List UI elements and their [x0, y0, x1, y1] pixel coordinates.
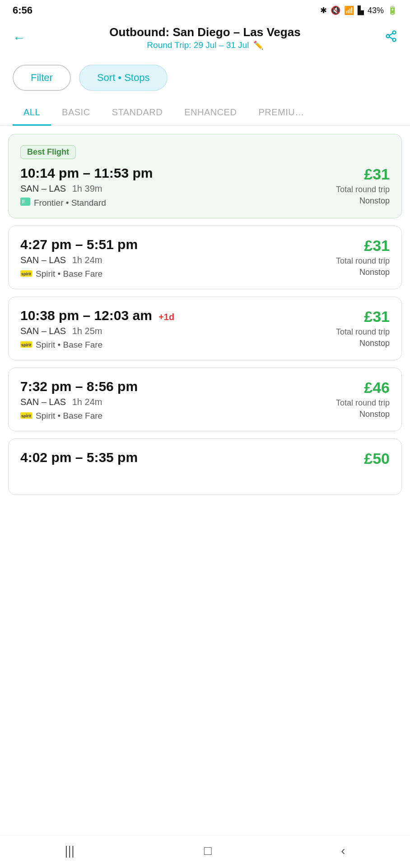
flight-airline-4: spirit Spirit • Base Fare — [20, 411, 138, 421]
spirit-icon-3: spirit — [20, 340, 32, 350]
share-button[interactable] — [385, 30, 397, 46]
tab-standard[interactable]: STANDARD — [101, 100, 174, 125]
flight-nonstop-2: Nonstop — [336, 268, 390, 277]
flight-duration-1: 1h 39m — [72, 184, 102, 193]
card-right-2: £31 Total round trip Nonstop — [336, 237, 390, 277]
card-main-row-4: 7:32 pm – 8:56 pm SAN – LAS 1h 24m spiri… — [20, 379, 390, 421]
flight-airline-3: spirit Spirit • Base Fare — [20, 340, 174, 350]
svg-line-4 — [389, 33, 393, 36]
flight-time-4: 7:32 pm – 8:56 pm — [20, 379, 138, 394]
flight-total-label-2: Total round trip — [336, 256, 390, 266]
flight-route-2: SAN – LAS 1h 24m — [20, 255, 138, 265]
best-flight-badge: Best Flight — [20, 145, 76, 159]
filter-sort-bar: Filter Sort • Stops — [0, 57, 410, 95]
flight-airline-1: F Frontier • Standard — [20, 198, 153, 208]
bottom-nav: ||| □ ‹ — [0, 835, 410, 868]
card-main-row-3: 10:38 pm – 12:03 am +1d SAN – LAS 1h 25m… — [20, 308, 390, 350]
card-right-5: £50 — [364, 450, 390, 467]
spirit-icon: spirit — [20, 269, 32, 279]
flight-total-label-4: Total round trip — [336, 398, 390, 408]
flight-card-4[interactable]: 7:32 pm – 8:56 pm SAN – LAS 1h 24m spiri… — [8, 368, 402, 431]
flight-duration-4: 1h 24m — [72, 397, 102, 407]
battery-icon: 🔋 — [387, 5, 397, 15]
flight-nonstop-3: Nonstop — [336, 339, 390, 348]
flight-time-2: 4:27 pm – 5:51 pm — [20, 237, 138, 252]
card-main-row: 10:14 pm – 11:53 pm SAN – LAS 1h 39m F F… — [20, 165, 390, 208]
flight-card-2[interactable]: 4:27 pm – 5:51 pm SAN – LAS 1h 24m spiri… — [8, 226, 402, 289]
frontier-icon: F — [20, 198, 30, 208]
bluetooth-icon: ✱ — [320, 5, 327, 15]
header: ← Outbound: San Diego – Las Vegas Round … — [0, 20, 410, 57]
tab-basic[interactable]: BASIC — [51, 100, 101, 125]
flight-time-3: 10:38 pm – 12:03 am +1d — [20, 308, 174, 323]
fare-tabs: ALL BASIC STANDARD ENHANCED PREMIU… — [0, 100, 410, 126]
recents-button[interactable]: ||| — [65, 844, 75, 858]
status-bar: 6:56 ✱ 🔇 📶 ▙ 43% 🔋 — [0, 0, 410, 20]
flight-card-5[interactable]: 4:02 pm – 5:35 pm £50 — [8, 439, 402, 495]
home-button[interactable]: □ — [204, 844, 212, 858]
airline-name-1: Frontier • Standard — [34, 198, 106, 208]
filter-button[interactable]: Filter — [13, 65, 71, 91]
page-title: Outbound: San Diego – Las Vegas — [25, 25, 385, 39]
flight-route-1: SAN – LAS 1h 39m — [20, 184, 153, 194]
svg-text:spirit: spirit — [21, 343, 31, 347]
svg-text:spirit: spirit — [21, 414, 31, 418]
svg-line-3 — [389, 37, 393, 39]
svg-text:F: F — [22, 199, 25, 204]
flight-duration-3: 1h 25m — [72, 326, 102, 336]
spirit-icon-4: spirit — [20, 411, 32, 421]
next-day-badge-3: +1d — [158, 312, 174, 322]
tab-enhanced[interactable]: ENHANCED — [173, 100, 247, 125]
flight-duration-2: 1h 24m — [72, 255, 102, 265]
flight-total-label-3: Total round trip — [336, 327, 390, 337]
card-main-row-2: 4:27 pm – 5:51 pm SAN – LAS 1h 24m spiri… — [20, 237, 390, 279]
tab-all[interactable]: ALL — [13, 100, 51, 125]
header-center: Outbound: San Diego – Las Vegas Round Tr… — [25, 25, 385, 50]
card-left-2: 4:27 pm – 5:51 pm SAN – LAS 1h 24m spiri… — [20, 237, 138, 279]
card-left-5: 4:02 pm – 5:35 pm — [20, 450, 138, 465]
flight-price-4: £46 — [336, 379, 390, 396]
card-left-3: 10:38 pm – 12:03 am +1d SAN – LAS 1h 25m… — [20, 308, 174, 350]
flight-nonstop-4: Nonstop — [336, 410, 390, 419]
flight-route-4: SAN – LAS 1h 24m — [20, 397, 138, 407]
flight-price-3: £31 — [336, 308, 390, 326]
card-main-row-5: 4:02 pm – 5:35 pm £50 — [20, 450, 390, 467]
flight-nonstop-1: Nonstop — [336, 196, 390, 206]
card-right-1: £31 Total round trip Nonstop — [336, 165, 390, 206]
signal-icon: ▙ — [358, 5, 364, 15]
status-time: 6:56 — [13, 5, 33, 16]
flight-price-1: £31 — [336, 165, 390, 183]
edit-icon[interactable]: ✏️ — [253, 41, 263, 50]
flight-route-3: SAN – LAS 1h 25m — [20, 326, 174, 336]
flight-airline-2: spirit Spirit • Base Fare — [20, 269, 138, 279]
mute-icon: 🔇 — [331, 5, 340, 15]
trip-dates[interactable]: 29 Jul – 31 Jul — [194, 40, 249, 50]
status-icons: ✱ 🔇 📶 ▙ 43% 🔋 — [320, 5, 397, 15]
flight-time-1: 10:14 pm – 11:53 pm — [20, 165, 153, 181]
tab-premium[interactable]: PREMIU… — [247, 100, 315, 125]
subtitle-prefix: Round Trip: — [147, 40, 194, 50]
back-button[interactable]: ← — [13, 31, 25, 45]
flight-price-5: £50 — [364, 450, 390, 467]
card-right-3: £31 Total round trip Nonstop — [336, 308, 390, 348]
flight-time-5: 4:02 pm – 5:35 pm — [20, 450, 138, 465]
airline-name-2: Spirit • Base Fare — [36, 269, 102, 279]
card-left-1: 10:14 pm – 11:53 pm SAN – LAS 1h 39m F F… — [20, 165, 153, 208]
flight-price-2: £31 — [336, 237, 390, 255]
airline-name-4: Spirit • Base Fare — [36, 411, 102, 421]
header-subtitle: Round Trip: 29 Jul – 31 Jul ✏️ — [25, 40, 385, 50]
back-nav-button[interactable]: ‹ — [341, 844, 345, 858]
battery-text: 43% — [368, 6, 384, 15]
svg-text:spirit: spirit — [21, 272, 31, 276]
flight-card-1[interactable]: Best Flight 10:14 pm – 11:53 pm SAN – LA… — [8, 134, 402, 218]
flight-card-3[interactable]: 10:38 pm – 12:03 am +1d SAN – LAS 1h 25m… — [8, 297, 402, 360]
card-left-4: 7:32 pm – 8:56 pm SAN – LAS 1h 24m spiri… — [20, 379, 138, 421]
card-right-4: £46 Total round trip Nonstop — [336, 379, 390, 419]
flight-total-label-1: Total round trip — [336, 185, 390, 194]
flights-list: Best Flight 10:14 pm – 11:53 pm SAN – LA… — [0, 126, 410, 495]
airline-name-3: Spirit • Base Fare — [36, 340, 102, 350]
sort-button[interactable]: Sort • Stops — [79, 65, 168, 91]
wifi-icon: 📶 — [344, 5, 354, 15]
